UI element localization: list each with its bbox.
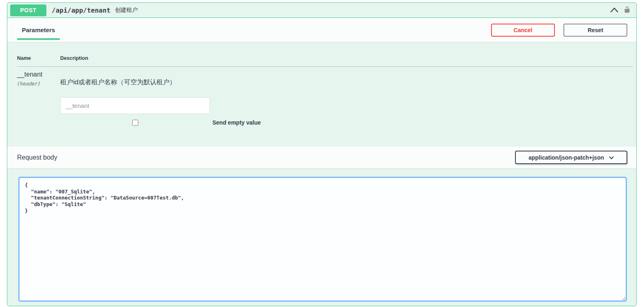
method-badge: POST: [10, 4, 46, 16]
table-row: __tenant (header): [17, 67, 60, 126]
send-empty-row: Send empty value: [60, 119, 633, 126]
request-body-section: { "name": "007_Sqlite", "tenantConnectio…: [7, 168, 636, 302]
tab-bar: Parameters Cancel Reset: [7, 18, 636, 42]
content-type-value: application/json-patch+json: [528, 154, 604, 161]
request-body-textarea[interactable]: { "name": "007_Sqlite", "tenantConnectio…: [18, 177, 627, 302]
name-column-header: Name: [17, 55, 60, 66]
chevron-up-icon: [610, 7, 619, 14]
send-empty-checkbox[interactable]: [132, 120, 138, 126]
param-location: (header): [17, 81, 60, 87]
lock-open-icon: [624, 6, 631, 15]
endpoint-path: /api/app/tenant: [52, 7, 111, 14]
endpoint-description: 创建租户: [115, 7, 138, 14]
chevron-down-icon: [609, 154, 614, 161]
param-name: __tenant: [17, 71, 42, 78]
tab-active-underline: [17, 38, 60, 40]
description-column-header: Description: [60, 55, 633, 66]
send-empty-label: Send empty value: [212, 119, 261, 126]
param-value-input[interactable]: [60, 97, 210, 114]
tab-parameters-label: Parameters: [17, 26, 60, 33]
reset-button[interactable]: Reset: [563, 24, 627, 37]
cancel-button[interactable]: Cancel: [491, 24, 555, 37]
param-description-cell: 租户id或者租户名称（可空为默认租户） Send empty value: [60, 67, 633, 126]
endpoint-panel: POST /api/app/tenant 创建租户 Parameters Can…: [7, 2, 637, 306]
authorize-button[interactable]: [624, 6, 631, 15]
content-type-select[interactable]: application/json-patch+json: [515, 151, 627, 164]
request-body-bar: Request body application/json-patch+json: [7, 146, 636, 168]
request-body-label: Request body: [17, 154, 57, 161]
param-description: 租户id或者租户名称（可空为默认租户）: [60, 78, 633, 87]
collapse-button[interactable]: [610, 7, 619, 14]
parameters-section: Name Description __tenant (header) 租户id或…: [7, 42, 636, 146]
endpoint-summary-bar[interactable]: POST /api/app/tenant 创建租户: [7, 3, 636, 18]
tab-parameters[interactable]: Parameters: [13, 18, 63, 42]
